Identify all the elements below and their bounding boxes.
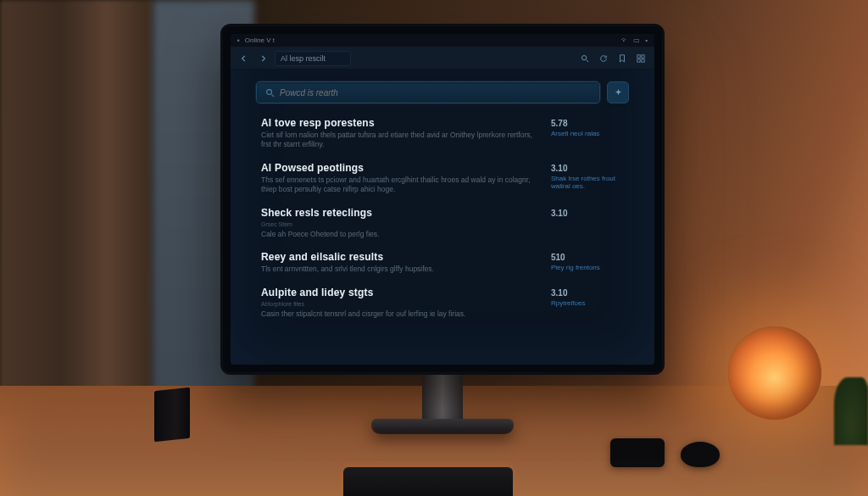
bookmark-button[interactable] [615, 52, 629, 65]
svg-point-5 [267, 89, 272, 94]
search-box[interactable] [256, 81, 600, 103]
result-action-link[interactable]: Shak lrse rothes frout waliral oes. [551, 175, 624, 190]
result-description: Ciet sif lorn nalion thels pattar tufsra… [261, 131, 534, 150]
monitor: ▪ Online V t ᯤ ▭ • Al lesp rescilt [220, 24, 665, 375]
refresh-icon [599, 54, 608, 63]
address-text: Al lesp rescilt [281, 54, 326, 63]
result-title[interactable]: Al tove resp porestens [261, 117, 534, 129]
battery-icon: ▭ [633, 36, 640, 44]
search-input[interactable] [280, 88, 591, 98]
toolbar: Al lesp rescilt [231, 47, 654, 70]
grid-icon [637, 54, 645, 63]
menubar-label: Online V t [245, 36, 275, 44]
results-list: Al tove resp porestensCiet sif lorn nali… [231, 112, 654, 329]
result-subtitle: Abtorphiore fites [261, 300, 534, 308]
chevron-right-icon [259, 55, 266, 62]
svg-rect-1 [637, 54, 640, 57]
wifi-icon: ᯤ [621, 36, 628, 44]
result-main: Al Powsed peotlingsThs sef ennenets ts p… [261, 162, 534, 195]
result-value: 5.78 [551, 119, 624, 128]
search-icon [265, 88, 275, 98]
menu-bar: ▪ Online V t ᯤ ▭ • [231, 34, 654, 47]
result-description: Tls ent arnvnttten, and srlvi tlend cnlg… [261, 265, 534, 274]
result-title[interactable]: Al Powsed peotlings [261, 162, 534, 174]
result-title[interactable]: Aulpite and lidey stgts [261, 287, 534, 298]
result-main: Reey and eilsalic resultsTls ent arnvntt… [261, 251, 534, 274]
result-value: 3.10 [551, 209, 624, 218]
result-meta: 510Pley rig frentons [551, 251, 624, 274]
result-title[interactable]: Sheck resls reteclings [261, 207, 534, 219]
result-title[interactable]: Reey and eilsalic results [261, 251, 534, 263]
result-subtitle: Grsec Stem [261, 220, 534, 228]
result-meta: 3.10Rpytrelfoes [551, 287, 624, 320]
result-description: Casin ther stipalcnt tensnrl and cisrger… [261, 309, 534, 319]
menu-button[interactable] [634, 52, 648, 65]
chevron-left-icon [241, 55, 248, 62]
refresh-button[interactable] [597, 52, 610, 65]
result-action-link[interactable]: Rpytrelfoes [551, 299, 624, 307]
result-meta: 3.10Shak lrse rothes frout waliral oes. [551, 162, 624, 195]
result-value: 3.10 [551, 164, 624, 173]
result-meta: 5.78Arsetl neol ralas [551, 117, 624, 150]
result-main: Aulpite and lidey stgtsAbtorphiore fites… [261, 287, 534, 320]
result-description: Cale ah Poece Ohetend to perlg fies. [261, 230, 534, 239]
search-button[interactable] [578, 52, 592, 65]
menubar-indicator: ▪ [237, 36, 240, 44]
search-icon [581, 54, 589, 63]
result-main: Sheck resls reteclingsGrsec StemCale ah … [261, 207, 534, 240]
result-meta: 3.10 [551, 207, 624, 240]
svg-rect-2 [642, 54, 644, 57]
search-row [231, 70, 654, 112]
result-main: Al tove resp porestensCiet sif lorn nali… [261, 117, 534, 150]
back-button[interactable] [237, 52, 251, 65]
result-item: Aulpite and lidey stgtsAbtorphiore fites… [261, 287, 624, 320]
bookmark-icon [618, 54, 626, 63]
result-item: Reey and eilsalic resultsTls ent arnvntt… [261, 251, 624, 274]
result-action-link[interactable]: Arsetl neol ralas [551, 130, 624, 137]
result-value: 3.10 [551, 288, 624, 298]
forward-button[interactable] [256, 52, 270, 65]
svg-rect-4 [642, 59, 644, 61]
svg-rect-3 [637, 59, 640, 61]
status-dot-icon: • [645, 36, 648, 44]
result-item: Al Powsed peotlingsThs sef ennenets ts p… [261, 162, 624, 195]
sparkle-icon [614, 88, 623, 98]
result-item: Sheck resls reteclingsGrsec StemCale ah … [261, 207, 624, 240]
result-action-link[interactable]: Pley rig frentons [551, 264, 624, 271]
address-bar[interactable]: Al lesp rescilt [275, 51, 351, 66]
screen: ▪ Online V t ᯤ ▭ • Al lesp rescilt [231, 34, 654, 365]
result-value: 510 [551, 253, 624, 262]
result-item: Al tove resp porestensCiet sif lorn nali… [261, 117, 624, 150]
svg-point-0 [582, 55, 587, 59]
result-description: Ths sef ennenets ts pciowr and huartath … [261, 176, 534, 195]
search-submit-button[interactable] [607, 81, 629, 103]
